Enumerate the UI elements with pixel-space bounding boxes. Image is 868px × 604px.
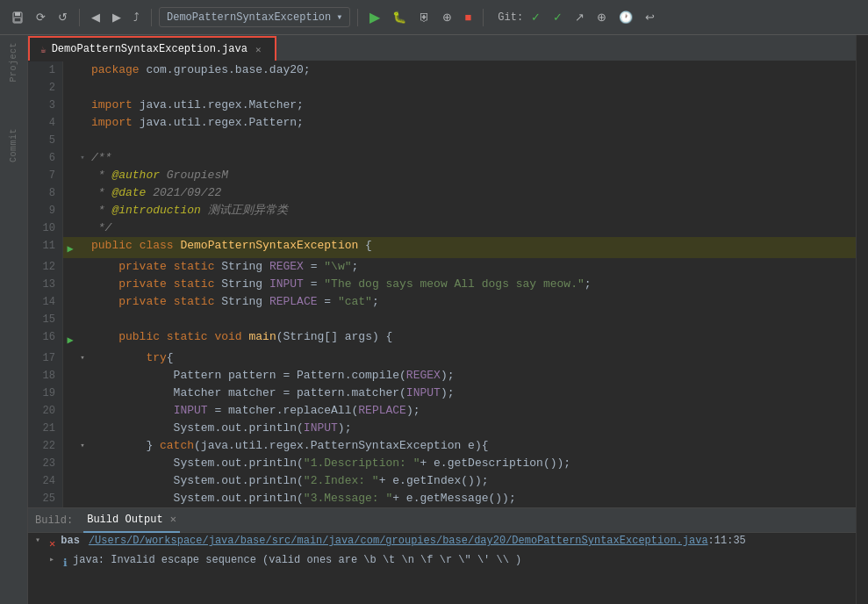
line-number-4: 4 <box>28 114 63 132</box>
line-content-8: * @date 2021/09/22 <box>88 184 856 202</box>
line-content-11: public class DemoPatternSyntaxException … <box>88 237 856 258</box>
code-line-1: 1 package com.groupies.base.day20; <box>28 61 856 79</box>
line-number-12: 12 <box>28 258 63 276</box>
line-fold-20 <box>77 402 88 420</box>
git-revert-button[interactable]: ↩ <box>641 8 659 26</box>
line-content-25: System.out.println("3.Message: "+ e.getM… <box>88 490 856 507</box>
tab-label: DemoPatternSyntaxException.java <box>52 43 247 55</box>
code-line-21: 21 System.out.println(INPUT); <box>28 420 856 437</box>
separator2 <box>151 9 152 26</box>
git-label: Git: <box>498 11 523 24</box>
git-history-button[interactable]: 🕐 <box>614 8 637 26</box>
line-content-3: import java.util.regex.Matcher; <box>88 97 856 114</box>
tab-close-button[interactable]: ✕ <box>253 43 264 56</box>
line-fold-16 <box>77 328 88 349</box>
line-number-21: 21 <box>28 420 63 437</box>
code-line-8: 8 * @date 2021/09/22 <box>28 184 856 202</box>
tab-bar: ☕ DemoPatternSyntaxException.java ✕ <box>28 35 856 61</box>
sidebar-label-commit[interactable]: Commit <box>7 125 20 166</box>
line-content-19: Matcher matcher = pattern.matcher(INPUT)… <box>88 385 856 402</box>
line-fold-15 <box>77 311 88 328</box>
line-content-14: private static String REPLACE = "cat"; <box>88 293 856 311</box>
reload-button[interactable]: ↺ <box>54 8 72 26</box>
expand-button-2[interactable]: ▸ <box>49 554 54 564</box>
build-label-static: Build: <box>35 514 73 527</box>
code-line-5: 5 <box>28 132 856 149</box>
tab-demo-pattern[interactable]: ☕ DemoPatternSyntaxException.java ✕ <box>28 36 276 61</box>
sidebar-label-project[interactable]: Project <box>7 39 20 86</box>
info-icon-2: ℹ <box>63 557 68 570</box>
expand-button-1[interactable]: ▾ <box>35 535 40 545</box>
run-config-dropdown[interactable]: DemoPatternSyntaxException ▾ <box>159 7 350 27</box>
line-arrow-10 <box>63 219 77 237</box>
svg-rect-2 <box>14 18 21 22</box>
line-fold-25 <box>77 490 88 507</box>
line-content-12: private static String REGEX = "\w"; <box>88 258 856 276</box>
code-line-19: 19 Matcher matcher = pattern.matcher(INP… <box>28 385 856 402</box>
bottom-panel: Build: Build Output ✕ ▾ ✕ bas /Users/D/w… <box>28 507 856 604</box>
line-arrow-3 <box>63 97 77 114</box>
line-number-10: 10 <box>28 219 63 237</box>
tab-build-output[interactable]: Build Output ✕ <box>83 508 180 533</box>
run-button[interactable]: ▶ <box>365 6 384 28</box>
coverage-button[interactable]: ⛨ <box>414 8 434 26</box>
line-fold-23 <box>77 455 88 472</box>
line-arrow-17 <box>63 349 77 367</box>
git-push-button[interactable]: ↗ <box>570 8 589 26</box>
line-arrow-7 <box>63 167 77 184</box>
line-arrow-5 <box>63 132 77 149</box>
bottom-tab-bar: Build: Build Output ✕ <box>28 508 856 533</box>
line-number-5: 5 <box>28 132 63 149</box>
code-line-17: 17 ▾ try{ <box>28 349 856 367</box>
build-row-2: ▸ ℹ java: Invalid escape sequence (valid… <box>28 552 856 572</box>
separator <box>79 9 80 26</box>
line-fold-4 <box>77 114 88 132</box>
line-number-16: 16 <box>28 328 63 349</box>
code-line-13: 13 private static String INPUT = "The do… <box>28 276 856 293</box>
git-check-button[interactable]: ✓ <box>527 8 545 26</box>
back-button[interactable]: ◀ <box>87 8 104 26</box>
git-branch-button[interactable]: ⊕ <box>592 8 611 26</box>
right-scrollbar[interactable] <box>856 35 868 604</box>
line-number-7: 7 <box>28 167 63 184</box>
line-fold-7 <box>77 167 88 184</box>
code-line-6: 6 ▾ /** <box>28 149 856 167</box>
editor-area: ☕ DemoPatternSyntaxException.java ✕ 1 pa… <box>28 35 856 604</box>
line-number-1: 1 <box>28 61 63 79</box>
line-number-3: 3 <box>28 97 63 114</box>
line-number-6: 6 <box>28 149 63 167</box>
code-line-14: 14 private static String REPLACE = "cat"… <box>28 293 856 311</box>
forward-button[interactable]: ▶ <box>108 8 126 26</box>
line-fold-8 <box>77 184 88 202</box>
line-content-24: System.out.println("2.Index: "+ e.getInd… <box>88 472 856 490</box>
line-arrow-18 <box>63 367 77 385</box>
profile-button[interactable]: ⊕ <box>438 8 456 26</box>
line-content-2 <box>88 79 856 97</box>
line-content-9: * @introduction 测试正则异常类 <box>88 202 856 219</box>
debug-button[interactable]: 🐛 <box>388 8 411 26</box>
build-link-1[interactable]: /Users/D/workspace/java/base/src/main/ja… <box>89 535 708 547</box>
java-file-icon: ☕ <box>40 44 47 55</box>
code-line-16: 16 ▶ public static void main(String[] ar… <box>28 328 856 349</box>
line-fold-3 <box>77 97 88 114</box>
line-content-18: Pattern pattern = Pattern.compile(REGEX)… <box>88 367 856 385</box>
line-arrow-21 <box>63 420 77 437</box>
git-commit-button[interactable]: ✓ <box>549 8 567 26</box>
line-number-8: 8 <box>28 184 63 202</box>
line-arrow-12 <box>63 258 77 276</box>
line-arrow-22 <box>63 437 77 455</box>
build-output-tab-label: Build Output <box>87 514 162 526</box>
save-button[interactable] <box>7 9 28 26</box>
left-sidebar: Project Commit <box>0 35 28 604</box>
bookmark-button[interactable]: ⤴ <box>129 8 144 26</box>
code-editor[interactable]: 1 package com.groupies.base.day20; 2 3 i… <box>28 61 856 507</box>
stop-button[interactable]: ■ <box>460 8 476 26</box>
svg-rect-1 <box>15 12 20 16</box>
code-line-3: 3 import java.util.regex.Matcher; <box>28 97 856 114</box>
code-line-20: 20 INPUT = matcher.replaceAll(REPLACE); <box>28 402 856 420</box>
separator3 <box>357 9 358 26</box>
line-fold-22: ▾ <box>77 437 88 455</box>
bottom-tab-close-button[interactable]: ✕ <box>170 513 176 526</box>
code-line-18: 18 Pattern pattern = Pattern.compile(REG… <box>28 367 856 385</box>
sync-button[interactable]: ⟳ <box>32 8 50 26</box>
